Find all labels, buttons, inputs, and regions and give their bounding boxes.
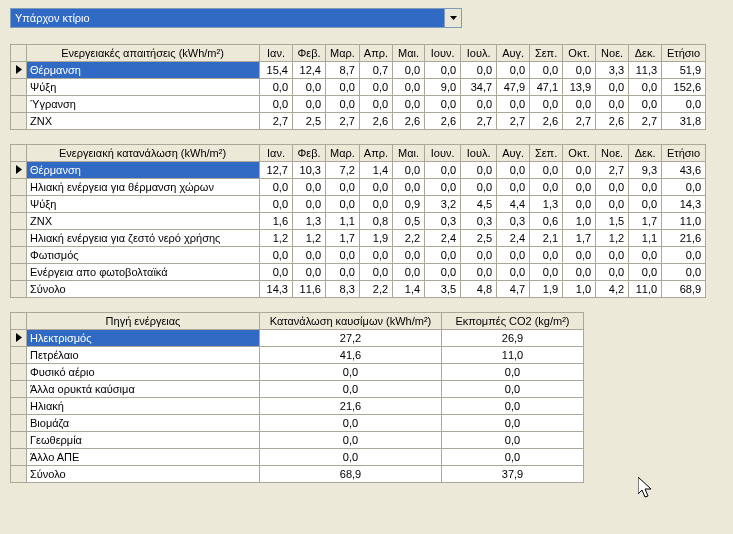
- table-row[interactable]: Φωτισμός0,00,00,00,00,00,00,00,00,00,00,…: [11, 247, 706, 264]
- cell: 0,0: [442, 415, 584, 432]
- cell: 0,0: [425, 162, 461, 179]
- cell: 3,2: [425, 196, 461, 213]
- row-label: Ηλιακή ενέργεια για θέρμανση χώρων: [27, 179, 260, 196]
- cell: 0,0: [530, 162, 563, 179]
- cell: 0,0: [497, 264, 530, 281]
- col-header-label: Ενεργειακή κατανάλωση (kWh/m²): [27, 145, 260, 162]
- table-row[interactable]: Ψύξη 0,0 0,0 0,0 0,0 0,0 9,0 34,7 47,9 4…: [11, 79, 706, 96]
- col-header: Ετήσιο: [662, 45, 706, 62]
- cell: 0,8: [359, 213, 392, 230]
- cell: 0,6: [530, 213, 563, 230]
- cell: 0,0: [662, 247, 706, 264]
- table-row[interactable]: ΖΝΧ 2,72,52,72,62,62,62,72,72,62,72,62,7…: [11, 113, 706, 130]
- table-row[interactable]: Άλλα ορυκτά καύσιμα0,00,0: [11, 381, 584, 398]
- cell: 15,4: [260, 62, 293, 79]
- cell: 1,9: [359, 230, 392, 247]
- cell: 21,6: [260, 398, 442, 415]
- table-row[interactable]: Ψύξη0,00,00,00,00,93,24,54,41,30,00,00,0…: [11, 196, 706, 213]
- table-row[interactable]: Φυσικό αέριο0,00,0: [11, 364, 584, 381]
- cell: 0,0: [393, 62, 425, 79]
- table-row[interactable]: Βιομάζα0,00,0: [11, 415, 584, 432]
- cell: 0,0: [260, 247, 293, 264]
- table-row[interactable]: Πετρέλαιο41,611,0: [11, 347, 584, 364]
- cell: 4,4: [497, 196, 530, 213]
- cell: 9,0: [425, 79, 461, 96]
- table-row[interactable]: Ηλιακή ενέργεια για ζεστό νερό χρήσης1,2…: [11, 230, 706, 247]
- cell: 1,0: [563, 281, 596, 298]
- cell: 2,2: [393, 230, 425, 247]
- table-row[interactable]: Ύγρανση 0,00,00,00,00,00,00,00,00,00,00,…: [11, 96, 706, 113]
- cell: 68,9: [260, 466, 442, 483]
- cell: 0,0: [359, 247, 392, 264]
- cell: 0,0: [326, 79, 360, 96]
- table-row[interactable]: Ηλιακή21,60,0: [11, 398, 584, 415]
- cell: 14,3: [260, 281, 293, 298]
- table-row[interactable]: ΖΝΧ1,61,31,10,80,50,30,30,30,61,01,51,71…: [11, 213, 706, 230]
- table-row[interactable]: Άλλο ΑΠΕ0,00,0: [11, 449, 584, 466]
- building-select[interactable]: Υπάρχον κτίριο: [10, 8, 462, 28]
- cell: 1,7: [563, 230, 596, 247]
- cell: 4,5: [461, 196, 497, 213]
- cell: 0,5: [393, 213, 425, 230]
- table-row[interactable]: Ηλιακή ενέργεια για θέρμανση χώρων0,00,0…: [11, 179, 706, 196]
- cell: 0,0: [359, 79, 392, 96]
- cell: 2,2: [359, 281, 392, 298]
- cell: 4,2: [596, 281, 629, 298]
- energy-source-table[interactable]: Πηγή ενέργειας Κατανάλωση καυσίμων (kWh/…: [10, 312, 584, 483]
- table-row[interactable]: Σύνολο14,311,68,32,21,43,54,84,71,91,04,…: [11, 281, 706, 298]
- cell: 1,2: [260, 230, 293, 247]
- cell: 4,7: [497, 281, 530, 298]
- table-row[interactable]: Ενέργεια απο φωτοβολταϊκά0,00,00,00,00,0…: [11, 264, 706, 281]
- cell: 0,0: [393, 162, 425, 179]
- cell: 0,0: [293, 179, 326, 196]
- cell: 1,1: [326, 213, 360, 230]
- cell: 0,9: [393, 196, 425, 213]
- cell: 0,0: [359, 196, 392, 213]
- cell: 1,7: [629, 213, 662, 230]
- cell: 1,2: [293, 230, 326, 247]
- table-row[interactable]: Θέρμανση 15,4 12,4 8,7 0,7 0,0 0,0 0,0 0…: [11, 62, 706, 79]
- cell: 0,0: [260, 179, 293, 196]
- col-header: Κατανάλωση καυσίμων (kWh/m²): [260, 313, 442, 330]
- cell: 0,0: [461, 162, 497, 179]
- building-select-value: Υπάρχον κτίριο: [15, 12, 444, 24]
- cell: 0,0: [563, 62, 596, 79]
- row-label: Ηλεκτρισμός: [27, 330, 260, 347]
- cell: 2,4: [425, 230, 461, 247]
- table-row[interactable]: Σύνολο68,937,9: [11, 466, 584, 483]
- cell: 47,1: [530, 79, 563, 96]
- cell: 14,3: [662, 196, 706, 213]
- cell: 0,0: [293, 196, 326, 213]
- cell: 0,0: [393, 247, 425, 264]
- cell: 12,4: [293, 62, 326, 79]
- table-row[interactable]: Γεωθερμία0,00,0: [11, 432, 584, 449]
- row-label: Θέρμανση: [27, 162, 260, 179]
- cell: 0,0: [260, 196, 293, 213]
- cell: 27,2: [260, 330, 442, 347]
- table-row[interactable]: Θέρμανση12,710,37,21,40,00,00,00,00,00,0…: [11, 162, 706, 179]
- cell: 0,0: [442, 449, 584, 466]
- cell: 1,5: [596, 213, 629, 230]
- cell: 0,0: [393, 179, 425, 196]
- table-row[interactable]: Ηλεκτρισμός27,226,9: [11, 330, 584, 347]
- row-label: Άλλο ΑΠΕ: [27, 449, 260, 466]
- cell: 0,0: [442, 364, 584, 381]
- corner-cell: [11, 45, 27, 62]
- cell: 4,8: [461, 281, 497, 298]
- cell: 0,0: [260, 381, 442, 398]
- cell: 0,0: [563, 196, 596, 213]
- cell: 2,1: [530, 230, 563, 247]
- cell: 11,0: [442, 347, 584, 364]
- row-label: Ηλιακή: [27, 398, 260, 415]
- cell: 12,7: [260, 162, 293, 179]
- cell: 0,0: [326, 196, 360, 213]
- cell: 47,9: [497, 79, 530, 96]
- energy-requirements-table[interactable]: Ενεργειακές απαιτήσεις (kWh/m²) Ιαν. Φεβ…: [10, 44, 706, 130]
- row-label: Θέρμανση: [27, 62, 260, 79]
- row-label: Ψύξη: [27, 79, 260, 96]
- energy-consumption-table[interactable]: Ενεργειακή κατανάλωση (kWh/m²) Ιαν.Φεβ.Μ…: [10, 144, 706, 298]
- cell: 1,6: [260, 213, 293, 230]
- cell: 2,5: [461, 230, 497, 247]
- cell: 41,6: [260, 347, 442, 364]
- cell: 0,3: [497, 213, 530, 230]
